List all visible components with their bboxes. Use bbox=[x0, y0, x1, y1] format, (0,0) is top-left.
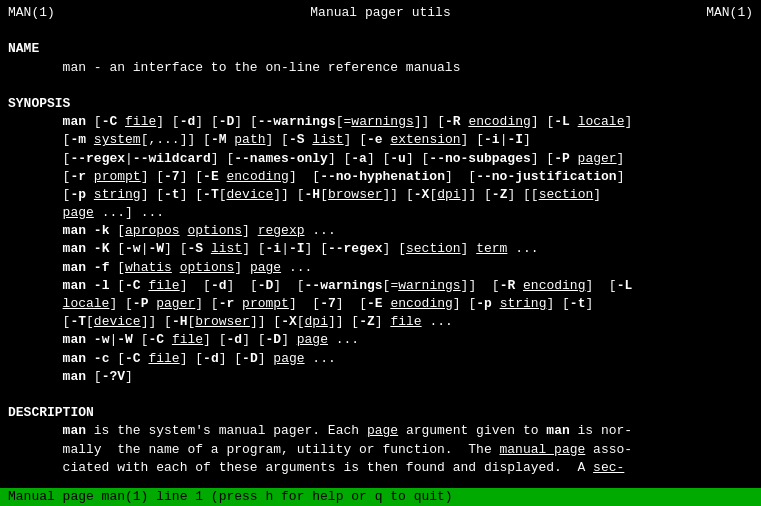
name-content: man - an interface to the on-line refere… bbox=[0, 59, 761, 77]
synopsis-line-9: man -f [whatis options] page ... bbox=[0, 259, 761, 277]
synopsis-line-1: man [-C file] [-d] [-D] [--warnings[=war… bbox=[0, 113, 761, 131]
terminal: MAN(1) Manual pager utils MAN(1) NAME ma… bbox=[0, 0, 761, 506]
synopsis-line-13: man -w|-W [-C file] [-d] [-D] page ... bbox=[0, 331, 761, 349]
blank-line-3 bbox=[0, 386, 761, 404]
synopsis-line-6: page ...] ... bbox=[0, 204, 761, 222]
description-line-3: ciated with each of these arguments is t… bbox=[0, 459, 761, 477]
header-right: MAN(1) bbox=[706, 4, 753, 22]
synopsis-line-8: man -K [-w|-W] [-S list] [-i|-I] [--rege… bbox=[0, 240, 761, 258]
synopsis-line-2: [-m system[,...]] [-M path] [-S list] [-… bbox=[0, 131, 761, 149]
man-header: MAN(1) Manual pager utils MAN(1) bbox=[0, 4, 761, 22]
description-header: DESCRIPTION bbox=[0, 404, 761, 422]
header-left: MAN(1) bbox=[8, 4, 55, 22]
synopsis-line-11: locale] [-P pager] [-r prompt] [-7] [-E … bbox=[0, 295, 761, 313]
synopsis-line-15: man [-?V] bbox=[0, 368, 761, 386]
name-header: NAME bbox=[0, 40, 761, 58]
header-center: Manual pager utils bbox=[310, 4, 450, 22]
synopsis-line-4: [-r prompt] [-7] [-E encoding] [--no-hyp… bbox=[0, 168, 761, 186]
blank-line-2 bbox=[0, 77, 761, 95]
description-line-2: mally the name of a program, utility or … bbox=[0, 441, 761, 459]
description-line-1: man is the system's manual pager. Each p… bbox=[0, 422, 761, 440]
blank-line-1 bbox=[0, 22, 761, 40]
synopsis-line-3: [--regex|--wildcard] [--names-only] [-a]… bbox=[0, 150, 761, 168]
synopsis-line-5: [-p string] [-t] [-T[device]] [-H[browse… bbox=[0, 186, 761, 204]
synopsis-line-10: man -l [-C file] [-d] [-D] [--warnings[=… bbox=[0, 277, 761, 295]
status-bar: Manual page man(1) line 1 (press h for h… bbox=[0, 488, 761, 506]
synopsis-line-12: [-T[device]] [-H[browser]] [-X[dpi]] [-Z… bbox=[0, 313, 761, 331]
synopsis-header: SYNOPSIS bbox=[0, 95, 761, 113]
synopsis-line-7: man -k [apropos options] regexp ... bbox=[0, 222, 761, 240]
synopsis-line-14: man -c [-C file] [-d] [-D] page ... bbox=[0, 350, 761, 368]
